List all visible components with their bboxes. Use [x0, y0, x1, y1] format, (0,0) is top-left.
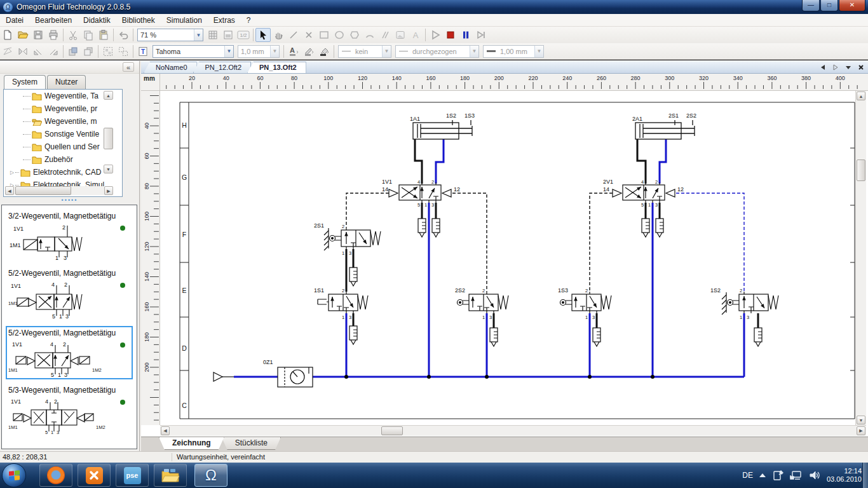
preview-item-5-2-wegeventil-single[interactable]: 5/2-Wegeventil, Magnetbetätigu: [6, 266, 133, 322]
new-document-button[interactable]: [0, 28, 15, 42]
chevron-down-icon[interactable]: ▼: [270, 46, 279, 57]
show-desktop-button[interactable]: [862, 463, 868, 488]
scroll-down-icon[interactable]: ▼: [104, 165, 113, 173]
polygon-tool[interactable]: [347, 28, 362, 42]
menu-didaktik[interactable]: Didaktik: [78, 15, 116, 26]
menu-datei[interactable]: Datei: [0, 15, 29, 26]
maximize-button[interactable]: □: [820, 0, 838, 11]
bring-to-front-button[interactable]: [65, 44, 81, 58]
send-to-back-button[interactable]: [81, 44, 96, 58]
paste-button[interactable]: [96, 28, 111, 42]
scroll-right-icon[interactable]: ▶: [857, 426, 865, 435]
simulation-start-button[interactable]: [428, 28, 443, 42]
insert-image-tool[interactable]: [393, 28, 408, 42]
taskbar-firefox-button[interactable]: [39, 464, 72, 487]
ellipse-tool[interactable]: [332, 28, 347, 42]
group-button[interactable]: [100, 44, 116, 58]
cut-button[interactable]: [65, 28, 81, 42]
fill-color-button[interactable]: [316, 44, 332, 58]
taskbar-pse-button[interactable]: pse: [116, 464, 149, 487]
delete-tool[interactable]: [301, 28, 316, 42]
menu-bearbeiten[interactable]: Bearbeiten: [29, 15, 78, 26]
menu-simulation[interactable]: Simulation: [161, 15, 208, 26]
menu-bibliothek[interactable]: Bibliothek: [116, 15, 161, 26]
tab-zeichnung[interactable]: Zeichnung: [159, 437, 224, 450]
expander-icon[interactable]: ▷: [9, 170, 15, 175]
language-indicator[interactable]: DE: [742, 471, 753, 480]
line-tool[interactable]: [286, 28, 301, 42]
scroll-left-icon[interactable]: ◀: [5, 186, 14, 195]
scroll-left-icon[interactable]: ◀: [161, 426, 170, 435]
scrollbar-thumb[interactable]: [15, 186, 71, 195]
tab-nutzer[interactable]: Nutzer: [47, 75, 86, 89]
flip-horizontal-button[interactable]: [15, 44, 31, 58]
chevron-down-icon[interactable]: ▼: [224, 46, 233, 57]
tab-close-icon[interactable]: [857, 63, 865, 72]
canvas-horizontal-scrollbar[interactable]: ◀ ▶: [160, 425, 866, 436]
arc-tool[interactable]: [362, 28, 377, 42]
minimize-button[interactable]: —: [802, 0, 820, 11]
table-button[interactable]: [205, 28, 220, 42]
scrollbar-thumb[interactable]: [857, 159, 865, 181]
tab-scroll-left-icon[interactable]: [818, 63, 827, 72]
preview-item-5-3-wegeventil[interactable]: 5/3-Wegeventil, Magnetbetätigu: [6, 383, 133, 437]
rotate-left-button[interactable]: [31, 44, 46, 58]
scroll-up-icon[interactable]: ▲: [857, 92, 865, 100]
tree-vertical-scrollbar[interactable]: ▲ ▼: [104, 91, 113, 184]
undo-button[interactable]: [116, 28, 131, 42]
parallel-lines-tool[interactable]: [377, 28, 393, 42]
print-button[interactable]: [46, 28, 61, 42]
canvas-vertical-scrollbar[interactable]: ▲ ▼: [855, 91, 866, 425]
doc-tab-noname0[interactable]: NoName0: [144, 62, 197, 73]
line-style-combobox[interactable]: durchgezogen▼: [395, 45, 479, 58]
safely-remove-icon[interactable]: [772, 470, 783, 481]
doc-tab-pn12[interactable]: PN_12.Oft2: [193, 62, 251, 73]
taskbar-xampp-button[interactable]: [78, 464, 111, 487]
text-tool[interactable]: A: [408, 28, 423, 42]
zoom-combobox[interactable]: 71 %▼: [137, 29, 203, 41]
show-hidden-icons-icon[interactable]: [759, 473, 766, 477]
page-layout-button[interactable]: [220, 28, 236, 42]
scrollbar-thumb[interactable]: [381, 426, 403, 435]
taskbar-omegon-button[interactable]: Ω: [194, 464, 227, 487]
select-pointer-tool[interactable]: [255, 28, 271, 42]
doc-tab-pn13[interactable]: PN_13.Oft2: [247, 62, 306, 73]
ungroup-button[interactable]: [116, 44, 131, 58]
tab-system[interactable]: System: [4, 75, 46, 89]
clock[interactable]: 12:14 03.06.2010: [827, 467, 862, 484]
scroll-up-icon[interactable]: ▲: [104, 91, 113, 100]
tab-list-icon[interactable]: [844, 63, 853, 72]
chevron-down-icon[interactable]: ▼: [194, 29, 203, 41]
copy-button[interactable]: [81, 28, 96, 42]
collapse-panel-button[interactable]: «: [123, 62, 134, 72]
taskbar-explorer-button[interactable]: [154, 464, 187, 487]
drawing-canvas[interactable]: 1A11S21S32A12S12S21V114122V1141242513425…: [160, 91, 855, 425]
tab-stueckliste[interactable]: Stückliste: [222, 437, 281, 450]
scrollbar-thumb[interactable]: [104, 128, 113, 149]
volume-icon[interactable]: [809, 470, 820, 480]
simulation-pause-button[interactable]: [458, 28, 473, 42]
simulation-stop-button[interactable]: [443, 28, 458, 42]
panel-splitter[interactable]: •••••: [0, 198, 139, 204]
chevron-down-icon[interactable]: ▼: [382, 46, 391, 57]
flip-vertical-button[interactable]: [0, 44, 15, 58]
menu-extras[interactable]: Extras: [208, 15, 241, 26]
start-button[interactable]: [2, 463, 26, 487]
font-size-combobox[interactable]: 1,0 mm▼: [238, 45, 280, 58]
save-button[interactable]: [31, 28, 46, 42]
scale-half-button[interactable]: 1/2: [236, 28, 251, 42]
network-icon[interactable]: [790, 470, 803, 480]
scroll-right-icon[interactable]: ▶: [104, 186, 113, 195]
fill-style-combobox[interactable]: kein▼: [338, 45, 391, 58]
line-color-button[interactable]: [301, 44, 316, 58]
preview-item-5-2-wegeventil-double[interactable]: 5/2-Wegeventil, Magnetbetätigu: [6, 326, 133, 379]
font-combobox[interactable]: Tahoma▼: [153, 45, 234, 58]
menu-help[interactable]: ?: [241, 15, 257, 26]
preview-item-3-2-wegeventil[interactable]: 3/2-Wegeventil, Magnetbetätigu: [6, 209, 133, 262]
close-button[interactable]: ✕: [839, 0, 865, 11]
simulation-step-button[interactable]: [473, 28, 489, 42]
rotate-right-button[interactable]: [46, 44, 61, 58]
font-color-button[interactable]: A: [286, 44, 301, 58]
chevron-down-icon[interactable]: ▼: [534, 46, 543, 57]
line-width-combobox[interactable]: 1,00 mm▼: [483, 45, 544, 58]
